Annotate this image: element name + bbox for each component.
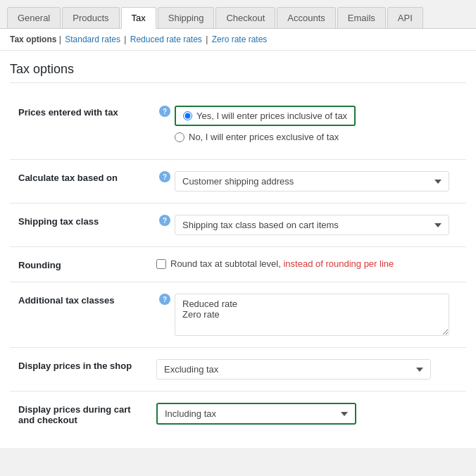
- field-prices-entered-with-tax: ? Yes, I will enter prices inclusive of …: [151, 94, 466, 160]
- label-prices-entered-with-tax: Prices entered with tax: [10, 94, 151, 160]
- checkbox-rounding: Round tax at subtotal level, instead of …: [156, 258, 458, 269]
- settings-table: Prices entered with tax ? Yes, I will en…: [10, 94, 466, 437]
- field-with-help-shipping: ? Shipping tax class based on cart items…: [156, 215, 458, 235]
- tab-accounts[interactable]: Accounts: [277, 7, 335, 28]
- row-calculate-tax: Calculate tax based on ? Customer shippi…: [10, 160, 466, 203]
- subnav-link-zero-rate[interactable]: Zero rate rates: [212, 35, 268, 44]
- sub-nav: Tax options | Standard rates | Reduced r…: [0, 29, 476, 51]
- rounding-label-highlight: instead of rounding per line: [283, 258, 394, 269]
- radio-yes[interactable]: [183, 111, 192, 120]
- field-with-help-calc: ? Customer shipping address Customer bil…: [156, 171, 458, 192]
- field-with-help-prices: ? Yes, I will enter prices inclusive of …: [156, 106, 458, 148]
- label-display-prices-shop: Display prices in the shop: [10, 348, 151, 392]
- label-shipping-tax-class: Shipping tax class: [10, 203, 151, 247]
- label-rounding: Rounding: [10, 247, 151, 282]
- label-additional-tax-classes: Additional tax classes: [10, 282, 151, 348]
- subnav-link-reduced-rate[interactable]: Reduced rate rates: [130, 35, 202, 44]
- row-prices-entered-with-tax: Prices entered with tax ? Yes, I will en…: [10, 94, 466, 160]
- field-with-help-additional: ? Reduced rate Zero rate: [156, 294, 458, 336]
- row-rounding: Rounding Round tax at subtotal level, in…: [10, 247, 466, 282]
- tab-general[interactable]: General: [7, 7, 61, 28]
- field-shipping-tax-class: ? Shipping tax class based on cart items…: [151, 203, 466, 247]
- section-title: Tax options: [10, 62, 466, 83]
- additional-tax-classes-textarea[interactable]: Reduced rate Zero rate: [175, 294, 449, 336]
- radio-yes-label[interactable]: Yes, I will enter prices inclusive of ta…: [196, 111, 347, 121]
- tab-tax[interactable]: Tax: [121, 7, 156, 29]
- display-prices-cart-select[interactable]: Including tax Excluding tax: [158, 404, 355, 423]
- select-highlighted-box: Including tax Excluding tax: [156, 403, 356, 425]
- field-display-prices-shop: Excluding tax Including tax: [151, 348, 466, 392]
- radio-box-yes: Yes, I will enter prices inclusive of ta…: [175, 106, 356, 126]
- tab-api[interactable]: API: [387, 7, 423, 28]
- shipping-tax-class-select[interactable]: Shipping tax class based on cart items S…: [175, 215, 449, 235]
- display-prices-shop-select[interactable]: Excluding tax Including tax: [156, 359, 431, 380]
- row-display-prices-cart: Display prices during cart and checkout …: [10, 392, 466, 437]
- label-calculate-tax: Calculate tax based on: [10, 160, 151, 203]
- field-col-prices: Yes, I will enter prices inclusive of ta…: [175, 106, 356, 148]
- radio-no[interactable]: [175, 132, 184, 142]
- help-icon-calc[interactable]: ?: [159, 171, 170, 182]
- field-rounding: Round tax at subtotal level, instead of …: [151, 247, 466, 282]
- rounding-label-text: Round tax at subtotal level,: [170, 258, 283, 269]
- field-display-prices-cart: Including tax Excluding tax: [151, 392, 466, 437]
- help-icon-additional[interactable]: ?: [159, 294, 170, 305]
- tab-emails[interactable]: Emails: [337, 7, 386, 28]
- row-display-prices-shop: Display prices in the shop Excluding tax…: [10, 348, 466, 392]
- select-highlighted-wrapper: Including tax Excluding tax: [156, 403, 458, 425]
- checkbox-rounding-label[interactable]: Round tax at subtotal level, instead of …: [170, 258, 394, 269]
- field-calculate-tax: ? Customer shipping address Customer bil…: [151, 160, 466, 203]
- row-shipping-tax-class: Shipping tax class ? Shipping tax class …: [10, 203, 466, 247]
- radio-option-no: No, I will enter prices exclusive of tax: [175, 132, 356, 142]
- row-additional-tax-classes: Additional tax classes ? Reduced rate Ze…: [10, 282, 466, 348]
- checkbox-rounding-input[interactable]: [156, 259, 166, 269]
- tab-products[interactable]: Products: [62, 7, 119, 28]
- subnav-link-standard-rates[interactable]: Standard rates: [65, 35, 120, 44]
- tab-checkout[interactable]: Checkout: [215, 7, 275, 28]
- nav-tabs: General Products Tax Shipping Checkout A…: [0, 0, 476, 29]
- tab-shipping[interactable]: Shipping: [158, 7, 215, 28]
- label-display-prices-cart: Display prices during cart and checkout: [10, 392, 151, 437]
- main-content: Tax options Prices entered with tax ? Ye…: [0, 51, 476, 448]
- help-icon-prices[interactable]: ?: [159, 106, 170, 117]
- calculate-tax-select[interactable]: Customer shipping address Customer billi…: [175, 171, 449, 192]
- subnav-prefix: Tax options: [10, 35, 56, 44]
- field-additional-tax-classes: ? Reduced rate Zero rate: [151, 282, 466, 348]
- help-icon-shipping[interactable]: ?: [159, 215, 170, 226]
- radio-no-label[interactable]: No, I will enter prices exclusive of tax: [189, 132, 339, 142]
